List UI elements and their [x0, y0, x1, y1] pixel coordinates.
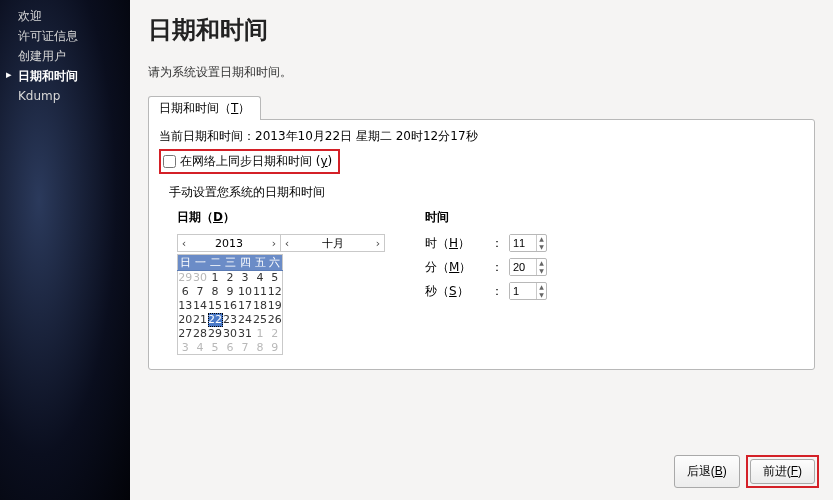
forward-button[interactable]: 前进(F)	[750, 459, 815, 484]
spin-down-icon[interactable]: ▼	[537, 267, 546, 275]
calendar-day[interactable]: 24	[238, 313, 253, 327]
tab-date-time[interactable]: 日期和时间（T）	[148, 96, 261, 120]
main-area: 日期和时间 请为系统设置日期和时间。 日期和时间（T） 当前日期和时间：2013…	[130, 0, 833, 500]
calendar-day[interactable]: 4	[253, 271, 268, 285]
month-selector[interactable]: ‹ 十月 ›	[281, 234, 385, 252]
spin-up-icon[interactable]: ▲	[537, 283, 546, 291]
sidebar-item-2[interactable]: 创建用户	[0, 46, 130, 66]
calendar-day[interactable]: 29	[208, 327, 223, 341]
calendar-day[interactable]: 31	[238, 327, 253, 341]
calendar-dow: 六	[268, 255, 283, 271]
calendar-day[interactable]: 10	[238, 285, 253, 299]
calendar-day[interactable]: 29	[178, 271, 193, 285]
calendar-day[interactable]: 17	[238, 299, 253, 313]
back-button[interactable]: 后退(B)	[674, 455, 740, 488]
calendar-day[interactable]: 14	[193, 299, 208, 313]
calendar-day[interactable]: 16	[223, 299, 238, 313]
calendar-day[interactable]: 5	[208, 341, 223, 355]
calendar-dow: 四	[238, 255, 253, 271]
calendar-nav: ‹ 2013 › ‹ 十月 ›	[177, 234, 385, 252]
time-spin-2[interactable]: ▲▼	[509, 282, 547, 300]
time-input[interactable]	[510, 235, 536, 251]
calendar-day[interactable]: 3	[238, 271, 253, 285]
calendar-dow: 日	[178, 255, 193, 271]
spin-down-icon[interactable]: ▼	[537, 243, 546, 251]
calendar-day[interactable]: 3	[178, 341, 193, 355]
year-selector[interactable]: ‹ 2013 ›	[177, 234, 281, 252]
current-date-time: 当前日期和时间：2013年10月22日 星期二 20时12分17秒	[159, 128, 804, 145]
calendar-day[interactable]: 5	[268, 271, 283, 285]
calendar-day[interactable]: 1	[208, 271, 223, 285]
sync-network-label[interactable]: 在网络上同步日期和时间 (y)	[180, 153, 332, 170]
calendar[interactable]: 日一二三四五六 29301234567891011121314151617181…	[177, 254, 283, 355]
year-label: 2013	[190, 237, 268, 250]
year-prev-icon[interactable]: ‹	[178, 237, 190, 250]
calendar-day[interactable]: 2	[268, 327, 283, 341]
sidebar-item-3[interactable]: 日期和时间	[0, 66, 130, 86]
calendar-dow: 二	[208, 255, 223, 271]
calendar-day[interactable]: 27	[178, 327, 193, 341]
time-input[interactable]	[510, 259, 536, 275]
spin-up-icon[interactable]: ▲	[537, 259, 546, 267]
time-input[interactable]	[510, 283, 536, 299]
footer-buttons: 后退(B) 前进(F)	[674, 455, 819, 488]
sidebar-item-1[interactable]: 许可证信息	[0, 26, 130, 46]
calendar-day[interactable]: 18	[253, 299, 268, 313]
date-time-panel: 当前日期和时间：2013年10月22日 星期二 20时12分17秒 在网络上同步…	[148, 119, 815, 370]
calendar-day[interactable]: 8	[253, 341, 268, 355]
calendar-day[interactable]: 25	[253, 313, 268, 327]
time-spin-0[interactable]: ▲▼	[509, 234, 547, 252]
calendar-day[interactable]: 8	[208, 285, 223, 299]
date-time-body: 日期（D） ‹ 2013 › ‹ 十月 › 日一二三四五六 2930123	[159, 209, 804, 355]
calendar-day[interactable]: 1	[253, 327, 268, 341]
calendar-body: 2930123456789101112131415161718192021222…	[178, 271, 283, 355]
sync-network-row: 在网络上同步日期和时间 (y)	[159, 149, 340, 174]
calendar-day[interactable]: 30	[223, 327, 238, 341]
time-spin-1[interactable]: ▲▼	[509, 258, 547, 276]
calendar-dow-row: 日一二三四五六	[178, 255, 283, 271]
tab-bar: 日期和时间（T）	[148, 95, 815, 119]
month-label: 十月	[293, 236, 372, 251]
calendar-day[interactable]: 2	[223, 271, 238, 285]
sidebar-item-0[interactable]: 欢迎	[0, 6, 130, 26]
calendar-day[interactable]: 12	[268, 285, 283, 299]
calendar-dow: 三	[223, 255, 238, 271]
calendar-day[interactable]: 7	[193, 285, 208, 299]
calendar-dow: 五	[253, 255, 268, 271]
page-title: 日期和时间	[148, 14, 815, 46]
calendar-day[interactable]: 6	[223, 341, 238, 355]
calendar-day[interactable]: 19	[268, 299, 283, 313]
calendar-day[interactable]: 20	[178, 313, 193, 327]
calendar-day[interactable]: 26	[268, 313, 283, 327]
calendar-day[interactable]: 11	[253, 285, 268, 299]
calendar-day[interactable]: 9	[268, 341, 283, 355]
date-heading: 日期（D）	[177, 209, 385, 226]
calendar-day[interactable]: 23	[223, 313, 238, 327]
calendar-day[interactable]: 28	[193, 327, 208, 341]
sidebar: 欢迎许可证信息创建用户日期和时间Kdump	[0, 0, 130, 500]
calendar-day[interactable]: 21	[193, 313, 208, 327]
calendar-day[interactable]: 7	[238, 341, 253, 355]
calendar-day[interactable]: 6	[178, 285, 193, 299]
sidebar-item-4[interactable]: Kdump	[0, 86, 130, 106]
calendar-day[interactable]: 15	[208, 299, 223, 313]
calendar-dow: 一	[193, 255, 208, 271]
calendar-day[interactable]: 9	[223, 285, 238, 299]
year-next-icon[interactable]: ›	[268, 237, 280, 250]
time-label: 分（M）	[425, 259, 485, 276]
month-prev-icon[interactable]: ‹	[281, 237, 293, 250]
calendar-day[interactable]: 13	[178, 299, 193, 313]
month-next-icon[interactable]: ›	[372, 237, 384, 250]
sync-network-checkbox[interactable]	[163, 155, 176, 168]
time-rows: 时（H）：▲▼分（M）：▲▼秒（S）：▲▼	[425, 234, 547, 300]
time-label: 秒（S）	[425, 283, 485, 300]
manual-set-label: 手动设置您系统的日期和时间	[169, 184, 804, 201]
spin-down-icon[interactable]: ▼	[537, 291, 546, 299]
time-column: 时间 时（H）：▲▼分（M）：▲▼秒（S）：▲▼	[425, 209, 547, 355]
calendar-day[interactable]: 30	[193, 271, 208, 285]
spin-up-icon[interactable]: ▲	[537, 235, 546, 243]
calendar-day[interactable]: 22	[208, 313, 223, 327]
page-instruction: 请为系统设置日期和时间。	[148, 64, 815, 81]
time-row-1: 分（M）：▲▼	[425, 258, 547, 276]
calendar-day[interactable]: 4	[193, 341, 208, 355]
